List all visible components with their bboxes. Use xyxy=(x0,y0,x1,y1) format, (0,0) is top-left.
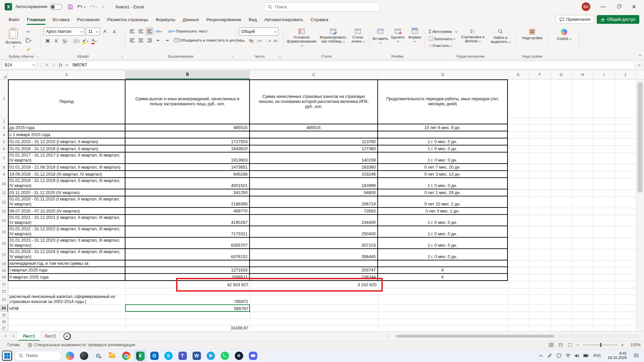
taskbar-app-outlook[interactable]: O xyxy=(148,350,160,361)
cell-b17[interactable]: 6376152 xyxy=(125,249,250,260)
row-header-27[interactable]: 27 xyxy=(0,325,8,331)
decrease-indent-button[interactable]: ⇤ xyxy=(154,37,162,44)
confirm-entry-icon[interactable]: ✓ xyxy=(52,62,56,67)
cell-a4[interactable]: с 1 января 2015 года xyxy=(8,131,125,138)
cell-c13[interactable]: 73563 xyxy=(250,208,378,215)
cell-b4[interactable] xyxy=(125,131,250,138)
minimize-button[interactable]: — xyxy=(596,1,610,12)
copilot-button[interactable]: Copilot xyxy=(555,27,573,42)
add-sheet-button[interactable]: + xyxy=(63,333,71,340)
cell-c17[interactable]: 356445 xyxy=(250,249,378,260)
format-cells-button[interactable]: Формат xyxy=(407,27,423,44)
page-layout-view-button[interactable] xyxy=(557,342,564,348)
ribbon-tab-10[interactable]: Справка xyxy=(307,14,332,25)
copy-button[interactable] xyxy=(24,37,33,44)
cell-a13[interactable]: 06.07.2020 - 07.10.2020 (IV квартал) xyxy=(8,208,125,215)
cell-c7[interactable]: 140159 xyxy=(250,153,378,164)
ribbon-tab-2[interactable]: Вставка xyxy=(49,14,73,25)
ribbon-tab-9[interactable]: Автоматизировать xyxy=(261,14,307,25)
cell-c10[interactable]: 183999 xyxy=(250,178,378,189)
wrap-text-button[interactable]: ab↩ Переносить текст xyxy=(167,28,209,34)
pen-tray-icon[interactable] xyxy=(547,353,553,359)
cell-c19[interactable]: 203747 xyxy=(250,267,378,274)
page-break-view-button[interactable] xyxy=(567,342,573,348)
cell-d13[interactable]: 0 лет 3 мес. 2 дн. xyxy=(378,208,508,215)
row-header-17[interactable]: 17 xyxy=(0,249,8,260)
taskbar-app-steam[interactable] xyxy=(233,350,245,361)
comments-button[interactable]: Примечания xyxy=(556,15,594,24)
security-shield-icon[interactable] xyxy=(556,353,562,359)
sort-filter-button[interactable]: АЯ▽ Сортировка и фильтр xyxy=(458,27,487,44)
cell-b18[interactable] xyxy=(125,260,250,267)
horizontal-scrollbar[interactable] xyxy=(394,334,639,338)
sheet-tab-1[interactable]: Лист1 xyxy=(18,331,40,341)
normal-view-button[interactable] xyxy=(548,342,554,348)
row-header-5[interactable]: 5 xyxy=(0,138,8,145)
expand-formula-bar[interactable] xyxy=(638,63,641,66)
cell-d4[interactable] xyxy=(378,131,508,138)
insert-cells-button[interactable]: ← Вставить xyxy=(372,27,389,45)
fill-color-button[interactable]: 🖌︎ xyxy=(81,37,89,45)
row-header-8[interactable]: 8 xyxy=(0,164,8,171)
cell-d20[interactable]: X xyxy=(378,274,508,281)
row-header-22[interactable]: 22 xyxy=(0,288,8,295)
cell-a14[interactable]: 01.01.2021 - 31.12.2021 (I квартал, II к… xyxy=(8,215,125,226)
autosave-toggle[interactable] xyxy=(50,4,62,10)
ribbon-tab-8[interactable]: Вид xyxy=(245,14,261,25)
taskbar-app-whatsapp[interactable] xyxy=(219,350,231,361)
cell-d17[interactable]: 1 г. 0 мес. 0 дн. xyxy=(378,249,508,260)
start-button[interactable] xyxy=(2,351,12,361)
cell-d15[interactable]: 1 г. 0 мес. 0 дн. xyxy=(378,226,508,238)
row-header-25[interactable]: 25 xyxy=(0,312,8,318)
cell-b14[interactable]: 4190267 xyxy=(125,215,250,226)
ribbon-tab-0[interactable]: Файл xyxy=(5,14,23,25)
cell-d10[interactable]: 1 г. 0 мес. 0 дн. xyxy=(378,178,508,189)
cell-c18[interactable] xyxy=(250,260,378,267)
vertical-scroll-thumb[interactable] xyxy=(638,82,643,193)
vertical-scrollbar[interactable] xyxy=(636,79,644,331)
row-header-14[interactable]: 14 xyxy=(0,215,8,226)
ribbon-tab-3[interactable]: Рисование xyxy=(73,14,103,25)
column-header-g[interactable]: G xyxy=(551,70,572,79)
header-cell-d1[interactable]: Продолжительность периодов работы, иных … xyxy=(378,79,508,124)
clear-button[interactable]: ◇Очистить xyxy=(428,43,458,49)
column-header-e[interactable]: E xyxy=(508,70,529,79)
formula-fx-chevron[interactable] xyxy=(66,63,68,66)
delete-cells-button[interactable]: ✕ Удалить xyxy=(389,27,407,44)
taskbar-app-skype[interactable]: S xyxy=(162,350,174,361)
customize-qat-button[interactable]: ⌄̄ xyxy=(101,5,104,9)
cell-c5[interactable]: 113760 xyxy=(250,138,378,145)
sheet-nav-left[interactable] xyxy=(3,335,9,337)
row-header-11[interactable]: 11 xyxy=(0,189,8,196)
cell-a11[interactable]: 03.11.2020 - 31.12.2020 (IV квартал) xyxy=(8,189,125,196)
avatar[interactable]: БН xyxy=(582,2,590,11)
header-cell-b1[interactable]: Сумма выплат и иных вознаграждений, начи… xyxy=(125,79,250,124)
orientation-button[interactable]: ab xyxy=(154,27,162,35)
row-header-4[interactable]: 4 xyxy=(0,131,8,138)
cell-b11[interactable]: 341250 xyxy=(125,189,250,196)
taskbar-app-dark-browser[interactable] xyxy=(78,350,90,361)
font-color-button[interactable]: А xyxy=(90,37,98,45)
cell-c4[interactable] xyxy=(250,131,378,138)
cell-d3[interactable]: 10 лет 6 мес. 9 дн. xyxy=(378,124,508,131)
underline-button[interactable]: Ч xyxy=(61,37,69,45)
increase-indent-button[interactable]: ⇥ xyxy=(163,37,171,44)
column-header-h[interactable]: H xyxy=(572,70,593,79)
cell-c3[interactable]: 485515 xyxy=(250,124,378,131)
font-size-select[interactable]: 11 xyxy=(86,27,100,36)
cell-c11[interactable]: 54600 xyxy=(250,189,378,196)
row-header-10[interactable]: 10 xyxy=(0,178,8,189)
tabbar-kebab-icon[interactable]: ⋮ xyxy=(383,334,394,339)
cell-a16[interactable]: 01.01.2023 - 31.12.2023 (I квартал, II к… xyxy=(8,238,125,249)
cell-b19[interactable]: 1271833 xyxy=(125,267,250,274)
align-bottom-button[interactable] xyxy=(146,27,154,35)
cell-a20[interactable]: II квартал 2025 года xyxy=(8,274,125,281)
row-header-6[interactable]: 6 xyxy=(0,145,8,153)
row-header-18[interactable]: 18 xyxy=(0,260,8,267)
cut-button[interactable]: ✂ xyxy=(24,28,33,36)
number-dialog-launcher[interactable]: ↘ xyxy=(278,55,281,58)
row-header-12[interactable]: 12 xyxy=(0,196,8,208)
cell-c12[interactable]: 206719 xyxy=(250,196,378,208)
cancel-entry-icon[interactable]: ✕ xyxy=(45,62,49,67)
ribbon-tab-7[interactable]: Рецензирование xyxy=(203,14,245,25)
